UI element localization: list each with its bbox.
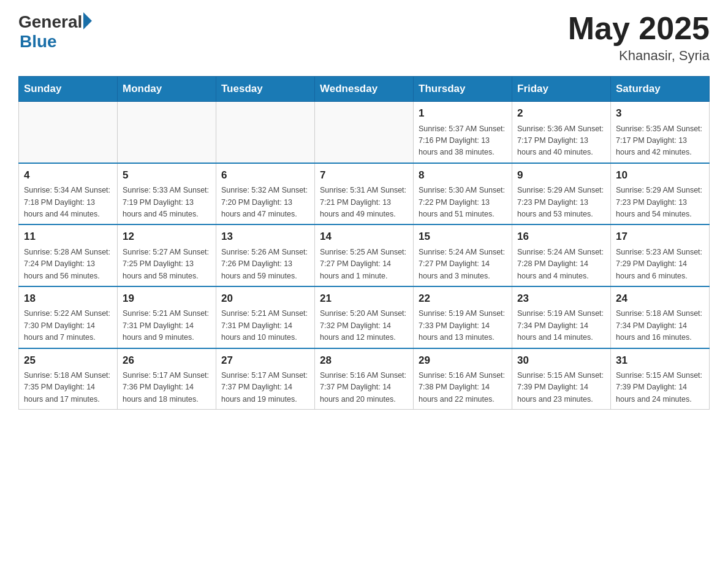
day-number: 25 xyxy=(24,353,112,369)
day-info: Sunrise: 5:20 AM Sunset: 7:32 PM Dayligh… xyxy=(320,308,408,343)
day-number: 6 xyxy=(221,167,309,183)
weekday-header-wednesday: Wednesday xyxy=(315,77,414,102)
weekday-header-tuesday: Tuesday xyxy=(216,77,315,102)
calendar-week-row: 4Sunrise: 5:34 AM Sunset: 7:18 PM Daylig… xyxy=(19,163,710,225)
day-number: 16 xyxy=(517,229,605,245)
day-number: 15 xyxy=(419,229,507,245)
day-info: Sunrise: 5:19 AM Sunset: 7:33 PM Dayligh… xyxy=(419,308,507,343)
day-info: Sunrise: 5:37 AM Sunset: 7:16 PM Dayligh… xyxy=(419,123,507,159)
calendar-cell xyxy=(118,102,216,163)
day-info: Sunrise: 5:19 AM Sunset: 7:34 PM Dayligh… xyxy=(517,308,605,343)
calendar-cell: 2Sunrise: 5:36 AM Sunset: 7:17 PM Daylig… xyxy=(512,102,611,163)
calendar-table: SundayMondayTuesdayWednesdayThursdayFrid… xyxy=(18,76,710,410)
calendar-cell: 14Sunrise: 5:25 AM Sunset: 7:27 PM Dayli… xyxy=(315,224,414,286)
day-info: Sunrise: 5:30 AM Sunset: 7:22 PM Dayligh… xyxy=(419,185,507,220)
day-number: 20 xyxy=(221,291,309,307)
calendar-cell: 7Sunrise: 5:31 AM Sunset: 7:21 PM Daylig… xyxy=(315,163,414,225)
day-info: Sunrise: 5:15 AM Sunset: 7:39 PM Dayligh… xyxy=(517,370,605,405)
calendar-cell: 6Sunrise: 5:32 AM Sunset: 7:20 PM Daylig… xyxy=(216,163,315,225)
calendar-cell: 12Sunrise: 5:27 AM Sunset: 7:25 PM Dayli… xyxy=(118,224,216,286)
calendar-cell: 16Sunrise: 5:24 AM Sunset: 7:28 PM Dayli… xyxy=(512,224,611,286)
day-number: 11 xyxy=(24,229,112,245)
day-info: Sunrise: 5:25 AM Sunset: 7:27 PM Dayligh… xyxy=(320,247,408,282)
day-number: 30 xyxy=(517,353,605,369)
day-number: 24 xyxy=(616,291,704,307)
day-number: 31 xyxy=(616,353,704,369)
day-info: Sunrise: 5:28 AM Sunset: 7:24 PM Dayligh… xyxy=(24,247,112,282)
day-info: Sunrise: 5:21 AM Sunset: 7:31 PM Dayligh… xyxy=(221,308,309,343)
weekday-header-monday: Monday xyxy=(118,77,216,102)
calendar-week-row: 18Sunrise: 5:22 AM Sunset: 7:30 PM Dayli… xyxy=(19,286,710,348)
day-info: Sunrise: 5:32 AM Sunset: 7:20 PM Dayligh… xyxy=(221,185,309,220)
day-info: Sunrise: 5:17 AM Sunset: 7:37 PM Dayligh… xyxy=(221,370,309,405)
day-info: Sunrise: 5:26 AM Sunset: 7:26 PM Dayligh… xyxy=(221,247,309,282)
calendar-cell: 25Sunrise: 5:18 AM Sunset: 7:35 PM Dayli… xyxy=(19,348,118,410)
day-info: Sunrise: 5:16 AM Sunset: 7:38 PM Dayligh… xyxy=(419,370,507,405)
logo-arrow-icon xyxy=(83,12,92,29)
weekday-header-saturday: Saturday xyxy=(611,77,710,102)
calendar-header-row: SundayMondayTuesdayWednesdayThursdayFrid… xyxy=(19,77,710,102)
calendar-cell xyxy=(19,102,118,163)
day-number: 2 xyxy=(517,105,605,121)
weekday-header-sunday: Sunday xyxy=(19,77,118,102)
calendar-cell: 8Sunrise: 5:30 AM Sunset: 7:22 PM Daylig… xyxy=(414,163,512,225)
calendar-cell: 20Sunrise: 5:21 AM Sunset: 7:31 PM Dayli… xyxy=(216,286,315,348)
day-info: Sunrise: 5:17 AM Sunset: 7:36 PM Dayligh… xyxy=(123,370,211,405)
day-info: Sunrise: 5:24 AM Sunset: 7:28 PM Dayligh… xyxy=(517,247,605,282)
calendar-cell: 1Sunrise: 5:37 AM Sunset: 7:16 PM Daylig… xyxy=(414,102,512,163)
day-info: Sunrise: 5:18 AM Sunset: 7:34 PM Dayligh… xyxy=(616,308,704,343)
day-number: 9 xyxy=(517,167,605,183)
calendar-cell xyxy=(216,102,315,163)
day-number: 17 xyxy=(616,229,704,245)
calendar-cell: 28Sunrise: 5:16 AM Sunset: 7:37 PM Dayli… xyxy=(315,348,414,410)
logo-general-text: General xyxy=(18,12,82,32)
calendar-cell: 27Sunrise: 5:17 AM Sunset: 7:37 PM Dayli… xyxy=(216,348,315,410)
day-info: Sunrise: 5:29 AM Sunset: 7:23 PM Dayligh… xyxy=(517,185,605,220)
calendar-cell: 4Sunrise: 5:34 AM Sunset: 7:18 PM Daylig… xyxy=(19,163,118,225)
day-number: 19 xyxy=(123,291,211,307)
calendar-cell: 17Sunrise: 5:23 AM Sunset: 7:29 PM Dayli… xyxy=(611,224,710,286)
day-number: 22 xyxy=(419,291,507,307)
calendar-cell: 15Sunrise: 5:24 AM Sunset: 7:27 PM Dayli… xyxy=(414,224,512,286)
calendar-cell: 26Sunrise: 5:17 AM Sunset: 7:36 PM Dayli… xyxy=(118,348,216,410)
day-info: Sunrise: 5:18 AM Sunset: 7:35 PM Dayligh… xyxy=(24,370,112,405)
calendar-cell: 11Sunrise: 5:28 AM Sunset: 7:24 PM Dayli… xyxy=(19,224,118,286)
day-info: Sunrise: 5:24 AM Sunset: 7:27 PM Dayligh… xyxy=(419,247,507,282)
calendar-cell: 13Sunrise: 5:26 AM Sunset: 7:26 PM Dayli… xyxy=(216,224,315,286)
calendar-cell: 31Sunrise: 5:15 AM Sunset: 7:39 PM Dayli… xyxy=(611,348,710,410)
day-info: Sunrise: 5:27 AM Sunset: 7:25 PM Dayligh… xyxy=(123,247,211,282)
weekday-header-thursday: Thursday xyxy=(414,77,512,102)
calendar-cell: 9Sunrise: 5:29 AM Sunset: 7:23 PM Daylig… xyxy=(512,163,611,225)
day-info: Sunrise: 5:15 AM Sunset: 7:39 PM Dayligh… xyxy=(616,370,704,405)
logo: General Blue xyxy=(18,12,92,52)
calendar-week-row: 25Sunrise: 5:18 AM Sunset: 7:35 PM Dayli… xyxy=(19,348,710,410)
day-number: 1 xyxy=(419,105,507,121)
calendar-cell: 10Sunrise: 5:29 AM Sunset: 7:23 PM Dayli… xyxy=(611,163,710,225)
day-info: Sunrise: 5:29 AM Sunset: 7:23 PM Dayligh… xyxy=(616,185,704,220)
day-info: Sunrise: 5:16 AM Sunset: 7:37 PM Dayligh… xyxy=(320,370,408,405)
day-number: 12 xyxy=(123,229,211,245)
calendar-cell: 24Sunrise: 5:18 AM Sunset: 7:34 PM Dayli… xyxy=(611,286,710,348)
day-number: 21 xyxy=(320,291,408,307)
day-info: Sunrise: 5:21 AM Sunset: 7:31 PM Dayligh… xyxy=(123,308,211,343)
calendar-cell: 22Sunrise: 5:19 AM Sunset: 7:33 PM Dayli… xyxy=(414,286,512,348)
day-info: Sunrise: 5:33 AM Sunset: 7:19 PM Dayligh… xyxy=(123,185,211,220)
day-info: Sunrise: 5:22 AM Sunset: 7:30 PM Dayligh… xyxy=(24,308,112,343)
day-info: Sunrise: 5:35 AM Sunset: 7:17 PM Dayligh… xyxy=(616,123,704,159)
day-info: Sunrise: 5:31 AM Sunset: 7:21 PM Dayligh… xyxy=(320,185,408,220)
day-number: 5 xyxy=(123,167,211,183)
day-number: 3 xyxy=(616,105,704,121)
calendar-cell: 3Sunrise: 5:35 AM Sunset: 7:17 PM Daylig… xyxy=(611,102,710,163)
day-number: 13 xyxy=(221,229,309,245)
day-number: 28 xyxy=(320,353,408,369)
page-header: General Blue May 2025 Khanasir, Syria xyxy=(18,12,710,64)
day-number: 10 xyxy=(616,167,704,183)
day-info: Sunrise: 5:36 AM Sunset: 7:17 PM Dayligh… xyxy=(517,123,605,159)
calendar-week-row: 11Sunrise: 5:28 AM Sunset: 7:24 PM Dayli… xyxy=(19,224,710,286)
day-number: 7 xyxy=(320,167,408,183)
calendar-cell: 19Sunrise: 5:21 AM Sunset: 7:31 PM Dayli… xyxy=(118,286,216,348)
weekday-header-friday: Friday xyxy=(512,77,611,102)
day-number: 8 xyxy=(419,167,507,183)
day-number: 18 xyxy=(24,291,112,307)
logo-blue-text: Blue xyxy=(20,32,92,52)
